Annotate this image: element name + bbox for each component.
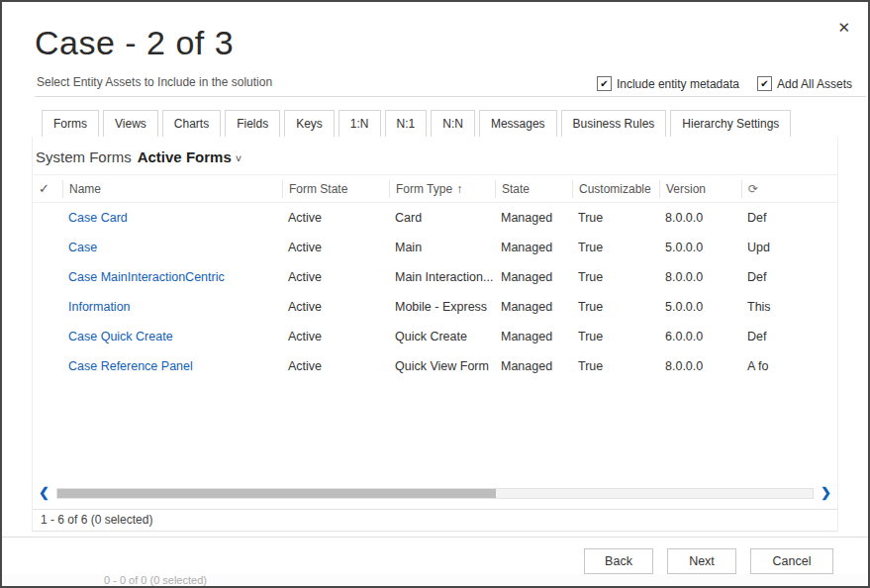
checkbox-checked-icon: ✔ (597, 76, 612, 91)
header-divider (35, 96, 866, 97)
solution-asset-dialog: ✕ Case - 2 of 3 Select Entity Assets to … (2, 2, 868, 575)
tab-n-n[interactable]: N:N (431, 110, 475, 138)
tab-fields[interactable]: Fields (225, 110, 280, 138)
cell-state: Managed (495, 351, 572, 381)
next-button[interactable]: Next (667, 548, 736, 574)
cell-form-type: Mobile - Express (389, 292, 495, 322)
cell-description: Def (741, 203, 837, 233)
cell-state: Managed (495, 233, 572, 262)
cell-customizable: True (572, 233, 659, 262)
table-row[interactable]: InformationActiveMobile - ExpressManaged… (33, 292, 837, 322)
tab-hierarchy-settings[interactable]: Hierarchy Settings (670, 110, 791, 138)
tab-business-rules[interactable]: Business Rules (561, 110, 667, 138)
tab-keys[interactable]: Keys (284, 110, 335, 138)
tab-1-n[interactable]: 1:N (338, 110, 381, 138)
column-header-state[interactable]: State (495, 180, 572, 198)
cell-customizable: True (572, 203, 659, 233)
checkbox-label: Include entity metadata (617, 77, 739, 91)
column-label: Form Type (396, 182, 452, 196)
add-all-assets-checkbox[interactable]: ✔ Add All Assets (757, 76, 852, 91)
column-header-form-state[interactable]: Form State (282, 180, 389, 198)
cell-version: 8.0.0.0 (659, 203, 741, 233)
view-selector-dropdown[interactable]: Active Forms˅ (138, 148, 242, 165)
cell-version: 8.0.0.0 (659, 351, 741, 381)
table-row[interactable]: Case CardActiveCardManagedTrue8.0.0.0Def (33, 203, 837, 233)
background-record-count: 0 - 0 of 0 (0 selected) (104, 574, 207, 586)
dialog-footer: Back Next Cancel (2, 537, 868, 574)
form-name-link[interactable]: Case MainInteractionCentric (62, 262, 282, 292)
cell-form-state: Active (282, 351, 389, 381)
cell-description: Def (741, 262, 837, 292)
table-header: ✓ Name Form State Form Type↑ State Custo… (33, 174, 837, 203)
column-header-version[interactable]: Version (659, 180, 741, 198)
check-icon: ✓ (39, 181, 49, 196)
form-name-link[interactable]: Case Reference Panel (62, 351, 282, 381)
cell-state: Managed (495, 262, 572, 292)
scroll-left-icon[interactable]: ❮ (37, 485, 51, 501)
cell-description: Def (741, 322, 837, 351)
tab-n-1[interactable]: N:1 (385, 110, 428, 138)
cell-customizable: True (572, 322, 659, 351)
cell-form-state: Active (282, 203, 389, 233)
cell-customizable: True (572, 262, 659, 292)
table-row[interactable]: CaseActiveMainManagedTrue5.0.0.0Upd (33, 233, 837, 262)
tab-forms[interactable]: Forms (42, 110, 99, 138)
dialog-title: Case - 2 of 3 (35, 24, 234, 62)
cell-description: A fo (741, 351, 837, 381)
cell-form-type: Card (389, 203, 495, 233)
cell-state: Managed (495, 292, 572, 322)
include-entity-metadata-checkbox[interactable]: ✔ Include entity metadata (597, 76, 739, 91)
screenshot-root: ✕ Case - 2 of 3 Select Entity Assets to … (0, 0, 870, 588)
checkbox-checked-icon: ✔ (757, 76, 772, 91)
cell-form-state: Active (282, 233, 389, 262)
sort-ascending-icon: ↑ (456, 182, 462, 196)
tab-views[interactable]: Views (103, 110, 158, 138)
horizontal-scrollbar[interactable]: ❮ ❯ (37, 485, 833, 501)
cell-form-type: Main Interaction... (389, 262, 495, 292)
cell-form-type: Main (389, 233, 495, 262)
cell-version: 8.0.0.0 (659, 262, 741, 292)
cell-description: This (741, 292, 837, 322)
tab-charts[interactable]: Charts (162, 110, 221, 138)
cell-description: Upd (741, 233, 837, 262)
column-header-description[interactable]: ⟳ (741, 180, 837, 198)
back-button[interactable]: Back (584, 548, 653, 574)
form-name-link[interactable]: Case Quick Create (62, 322, 282, 351)
table-row[interactable]: Case Reference PanelActiveQuick View For… (33, 351, 837, 381)
record-count: 1 - 6 of 6 (0 selected) (33, 509, 837, 531)
cell-version: 5.0.0.0 (659, 233, 741, 262)
scrollbar-track[interactable] (56, 488, 814, 499)
form-name-link[interactable]: Case Card (62, 203, 282, 233)
header-options: ✔ Include entity metadata ✔ Add All Asse… (597, 76, 852, 91)
cell-form-type: Quick View Form (389, 351, 495, 381)
cancel-button[interactable]: Cancel (750, 548, 833, 574)
table-row[interactable]: Case Quick CreateActiveQuick CreateManag… (33, 322, 837, 351)
cell-state: Managed (495, 203, 572, 233)
selected-view-label: Active Forms (138, 148, 232, 165)
cell-form-state: Active (282, 292, 389, 322)
view-scope-label: System Forms (36, 148, 132, 165)
select-all-checkbox[interactable]: ✓ (33, 180, 62, 198)
tab-strip: FormsViewsChartsFieldsKeys1:NN:1N:NMessa… (32, 110, 838, 138)
checkbox-label: Add All Assets (777, 77, 852, 91)
table-row[interactable]: Case MainInteractionCentricActiveMain In… (33, 262, 837, 292)
form-name-link[interactable]: Information (62, 292, 282, 322)
table-body: Case CardActiveCardManagedTrue8.0.0.0Def… (33, 203, 837, 381)
refresh-icon: ⟳ (748, 182, 758, 196)
cell-customizable: True (572, 292, 659, 322)
cell-form-type: Quick Create (389, 322, 495, 351)
scrollbar-thumb[interactable] (57, 489, 496, 498)
column-header-form-type[interactable]: Form Type↑ (389, 180, 495, 198)
column-header-customizable[interactable]: Customizable (572, 180, 659, 198)
cell-version: 5.0.0.0 (659, 292, 741, 322)
cell-customizable: True (572, 351, 659, 381)
tab-messages[interactable]: Messages (479, 110, 557, 138)
close-icon[interactable]: ✕ (837, 20, 850, 35)
cell-form-state: Active (282, 262, 389, 292)
scroll-right-icon[interactable]: ❯ (819, 485, 833, 501)
chevron-down-icon: ˅ (236, 152, 242, 164)
form-name-link[interactable]: Case (62, 233, 282, 262)
dialog-subtitle: Select Entity Assets to Include in the s… (37, 75, 272, 89)
column-header-name[interactable]: Name (62, 180, 282, 198)
cell-version: 6.0.0.0 (659, 322, 741, 351)
